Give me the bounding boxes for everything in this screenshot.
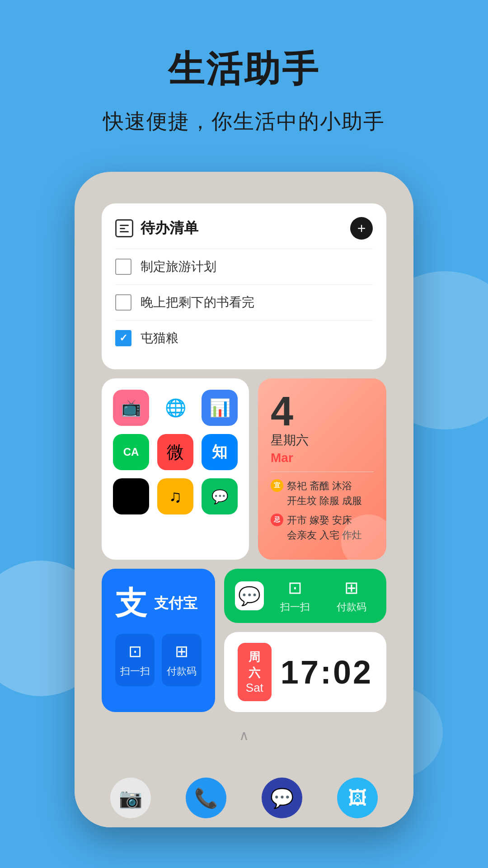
todo-item-2[interactable]: 晚上把剩下的书看完 [115,284,373,320]
wechat-actions: ⊡ 扫一扫 ⊞ 付款码 [271,578,375,614]
clock-day-label: Sat [246,681,263,695]
calendar-divider [271,472,374,472]
alipay-scan-icon: ⊡ [120,642,150,661]
widgets-row-2: 📺 🌐 📊 CA 微 知 ♪ ♫ 💬 4 星期六 Mar [102,378,386,560]
nav-gallery[interactable]: 🖼 [337,778,378,818]
todo-header-left: 待办清单 [115,218,198,238]
todo-icon [115,219,133,237]
calendar-widget: 4 星期六 Mar 宜 祭祀 斋醮 沐浴 开生坟 除服 成服 忌 开市 嫁娶 安… [258,378,386,560]
bad-badge: 忌 [271,514,283,526]
todo-item-1[interactable]: 制定旅游计划 [115,249,373,284]
wechat-logo: 💬 [235,581,264,610]
clock-date-badge: 周六 Sat [238,643,272,701]
app-icon-ca[interactable]: CA [113,434,149,470]
todo-text-3: 屯猫粮 [141,330,178,347]
app-grid: 📺 🌐 📊 CA 微 知 ♪ ♫ 💬 [113,390,238,514]
phone-mockup: 待办清单 + 制定旅游计划 晚上把剩下的书看完 屯猫粮 [75,172,413,827]
todo-icon-line-1 [120,225,129,226]
wechat-logo-icon: 💬 [238,585,261,607]
todo-widget: 待办清单 + 制定旅游计划 晚上把剩下的书看完 屯猫粮 [102,203,386,369]
wechat-widget[interactable]: 💬 ⊡ 扫一扫 ⊞ 付款码 [224,569,386,623]
good-badge: 宜 [271,479,283,492]
swipe-indicator: ∧ [102,721,386,748]
page-subtitle: 快速便捷，你生活中的小助手 [0,108,488,136]
widgets-row-3: 支 支付宝 ⊡ 扫一扫 ⊞ 付款码 [102,569,386,712]
wechat-scan-icon: ⊡ [271,578,319,598]
app-icon-music[interactable]: ♫ [157,478,193,514]
wechat-scan-label: 扫一扫 [271,600,319,614]
app-icon-zhihu[interactable]: 知 [202,434,238,470]
clock-time: 17:02 [281,654,373,691]
wechat-pay-icon: ⊞ [328,578,375,598]
todo-icon-lines [120,225,129,232]
good-text: 祭祀 斋醮 沐浴 开生坟 除服 成服 [287,478,362,508]
alipay-logo: 支 [115,582,147,625]
wechat-scan-button[interactable]: ⊡ 扫一扫 [271,578,319,614]
alipay-pay-button[interactable]: ⊞ 付款码 [162,634,201,686]
todo-add-button[interactable]: + [350,217,373,240]
app-icon-wechat[interactable]: 💬 [202,478,238,514]
todo-checkbox-3[interactable] [115,330,131,346]
nav-phone[interactable]: 📞 [186,778,226,818]
todo-text-2: 晚上把剩下的书看完 [141,294,254,311]
calendar-day: 4 [271,391,374,432]
todo-checkbox-2[interactable] [115,294,131,311]
todo-icon-line-3 [120,231,129,232]
app-icon-chrome[interactable]: 🌐 [157,390,193,426]
clock-weekday: 周六 [246,649,263,681]
todo-text-1: 制定旅游计划 [141,258,216,275]
app-icon-tiktok[interactable]: ♪ [113,478,149,514]
todo-checkbox-1[interactable] [115,259,131,275]
alipay-widget[interactable]: 支 支付宝 ⊡ 扫一扫 ⊞ 付款码 [102,569,215,712]
calendar-good-items: 宜 祭祀 斋醮 沐浴 开生坟 除服 成服 [271,478,374,508]
todo-header: 待办清单 + [115,217,373,240]
alipay-name: 支付宝 [154,594,197,613]
calendar-month: Mar [271,451,374,465]
alipay-top: 支 支付宝 [115,582,202,625]
calendar-weekday: 星期六 [271,432,374,449]
app-icon-weibo[interactable]: 微 [157,434,193,470]
wechat-pay-button[interactable]: ⊞ 付款码 [328,578,375,614]
alipay-pay-label: 付款码 [166,665,197,678]
page-title: 生活助手 [0,45,488,94]
app-grid-widget: 📺 🌐 📊 CA 微 知 ♪ ♫ 💬 [102,378,249,560]
phone-content: 待办清单 + 制定旅游计划 晚上把剩下的书看完 屯猫粮 [93,190,395,827]
todo-item-3[interactable]: 屯猫粮 [115,320,373,356]
app-icon-chart[interactable]: 📊 [202,390,238,426]
alipay-scan-label: 扫一扫 [120,665,150,678]
wechat-pay-label: 付款码 [328,600,375,614]
header: 生活助手 快速便捷，你生活中的小助手 [0,0,488,154]
alipay-pay-icon: ⊞ [166,642,197,661]
bottom-nav: 📷 📞 💬 🖼 [75,769,413,827]
todo-title: 待办清单 [141,218,198,238]
alipay-scan-button[interactable]: ⊡ 扫一扫 [115,634,155,686]
clock-widget: 周六 Sat 17:02 [224,632,386,712]
alipay-actions: ⊡ 扫一扫 ⊞ 付款码 [115,634,202,686]
nav-camera[interactable]: 📷 [110,778,151,818]
nav-message[interactable]: 💬 [262,778,302,818]
todo-icon-line-2 [120,228,125,229]
app-icon-tv[interactable]: 📺 [113,390,149,426]
